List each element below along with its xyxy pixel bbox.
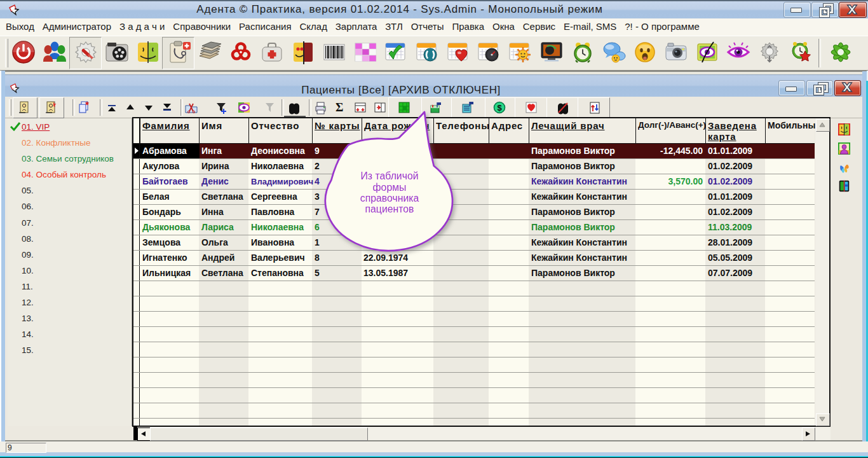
svg-text:справочника: справочника	[360, 193, 419, 204]
svg-text:формы: формы	[373, 182, 407, 193]
svg-text:пациентов: пациентов	[365, 204, 414, 214]
svg-text:Из табличой: Из табличой	[360, 170, 418, 181]
svg-text:$: $	[497, 103, 502, 113]
